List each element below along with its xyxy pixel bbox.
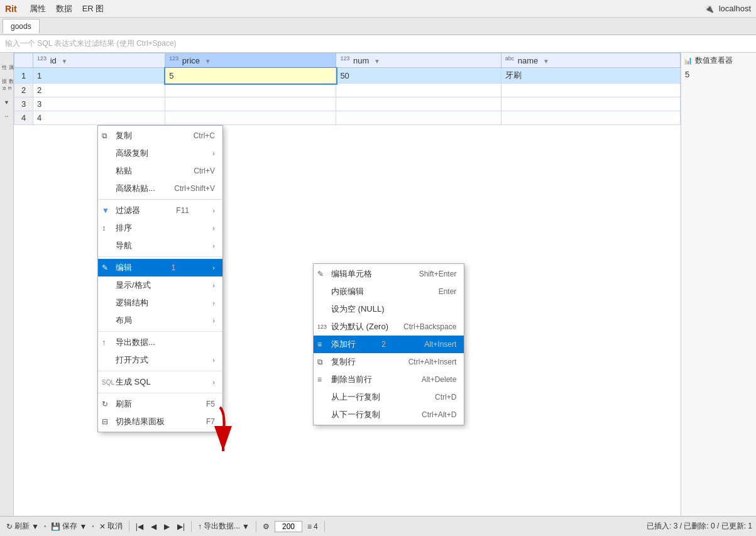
cell-price-1[interactable]: 5	[165, 68, 336, 84]
submenu-copy-from-above[interactable]: 从上一行复制 Ctrl+D	[314, 388, 464, 406]
col-header-id[interactable]: 123 id ▼	[33, 53, 165, 68]
submenu-inline-edit[interactable]: 内嵌编辑 Enter	[314, 283, 464, 300]
submenu-delete-row[interactable]: ≡ 删除当前行 Alt+Delete	[314, 371, 464, 388]
cell-num-4[interactable]	[336, 111, 501, 125]
server-icon: 🔌	[704, 4, 714, 13]
cell-name-1[interactable]: 牙刷	[501, 68, 680, 84]
nav-last[interactable]: ▶|	[175, 521, 187, 532]
menu-open-with[interactable]: 打开方式 ›	[98, 351, 222, 369]
submenu-edit-cell[interactable]: ✎ 编辑单元格 Shift+Enter	[314, 265, 464, 283]
settings-button[interactable]: ⚙	[260, 521, 272, 532]
cell-price-3[interactable]	[165, 97, 336, 111]
menu-data[interactable]: 数据	[56, 3, 72, 14]
menu-sort[interactable]: ↕ 排序 ›	[98, 219, 222, 237]
gear-icon: ⚙	[263, 522, 270, 531]
sep-3	[256, 521, 256, 532]
submenu-set-null[interactable]: 设为空 (NULL)	[314, 300, 464, 318]
cell-num-2[interactable]	[336, 84, 501, 97]
toggle-icon: ⊟	[102, 417, 108, 426]
menu-copy[interactable]: ⧉ 复制 Ctrl+C	[98, 127, 222, 145]
cell-id-3[interactable]: 3	[33, 97, 165, 111]
table-row[interactable]: 3 3	[14, 97, 681, 111]
cancel-button[interactable]: ✕ 取消	[97, 520, 125, 533]
submenu-copy-from-below[interactable]: 从下一行复制 Ctrl+Alt+D	[314, 406, 464, 424]
right-panel: 📊 数值查看器 5	[681, 53, 756, 516]
col-header-name[interactable]: abc name ▼	[501, 53, 680, 68]
cell-id-4[interactable]: 4	[33, 111, 165, 125]
sep-2	[191, 521, 192, 532]
status-text: 已插入: 3 / 已删除: 0 / 已更新: 1	[647, 521, 752, 532]
menu-filter[interactable]: ▼ 过滤器 F11 ›	[98, 202, 222, 219]
bottom-toolbar: ↻ 刷新 ▼ • 💾 保存 ▼ • ✕ 取消 |◀ ◀ ▶ ▶| ↑ 导出数据.…	[0, 516, 756, 536]
menu-sep-2	[98, 256, 222, 257]
cell-price-2[interactable]	[165, 84, 336, 97]
title-bar-menu: 属性 数据 ER 图	[30, 3, 104, 14]
submenu-set-zero[interactable]: 123 设为默认 (Zero) Ctrl+Backspace	[314, 318, 464, 336]
main-area: 属性 数据 ER ▼ ↕ 123 id ▼ 123 price ▼	[0, 53, 756, 516]
tab-goods[interactable]: goods	[3, 19, 40, 33]
sidebar-data-icon[interactable]: 数据	[1, 69, 13, 80]
nav-first[interactable]: |◀	[133, 521, 146, 532]
row-num-4: 4	[14, 111, 33, 125]
sub-menu-edit: ✎ 编辑单元格 Shift+Enter 内嵌编辑 Enter 设为空 (NULL…	[313, 263, 464, 425]
refresh-button[interactable]: ↻ 刷新 ▼	[4, 520, 41, 533]
row-num-3: 3	[14, 97, 33, 111]
cell-name-3[interactable]	[501, 97, 680, 111]
server-name: localhost	[719, 4, 751, 13]
menu-paste[interactable]: 粘贴 Ctrl+V	[98, 162, 222, 180]
menu-navigate[interactable]: 导航 ›	[98, 237, 222, 254]
cell-id-2[interactable]: 2	[33, 84, 165, 97]
row-num-header	[14, 53, 33, 68]
cell-id-1[interactable]: 1	[33, 68, 165, 84]
title-bar: Rit 属性 数据 ER 图 🔌 localhost	[0, 0, 756, 18]
col-header-num[interactable]: 123 num ▼	[336, 53, 501, 68]
sort-icon: ↕	[102, 224, 106, 232]
menu-display-format[interactable]: 显示/格式 ›	[98, 276, 222, 294]
context-menu: ⧉ 复制 Ctrl+C 高级复制 › 粘贴 Ctrl+V 高级粘贴... Ctr…	[97, 125, 223, 432]
menu-sep-1	[98, 199, 222, 200]
refresh-icon: ↻	[6, 522, 13, 531]
submenu-add-row[interactable]: ≡ 添加行 2 Alt+Insert	[314, 336, 464, 353]
menu-properties[interactable]: 属性	[30, 3, 46, 14]
table-row[interactable]: 4 4	[14, 111, 681, 125]
page-size-input[interactable]	[275, 521, 302, 532]
sidebar-sort-icon[interactable]: ↕	[1, 111, 13, 122]
submenu-copy-row[interactable]: ⧉ 复制行 Ctrl+Alt+Insert	[314, 353, 464, 371]
arrow-annotation	[201, 401, 251, 466]
menu-er[interactable]: ER 图	[82, 3, 104, 14]
menu-export[interactable]: ↑ 导出数据...	[98, 334, 222, 351]
table-row[interactable]: 2 2	[14, 84, 681, 97]
sidebar: 属性 数据 ER ▼ ↕	[0, 53, 14, 516]
col-header-price[interactable]: 123 price ▼	[165, 53, 336, 68]
save-icon: 💾	[51, 522, 60, 531]
edit-cell-icon: ✎	[317, 270, 324, 278]
cell-num-3[interactable]	[336, 97, 501, 111]
sidebar-er-icon[interactable]: ER	[1, 83, 13, 94]
add-row-icon: ≡	[317, 340, 322, 349]
table-row[interactable]: 1 1 5 50 牙刷	[14, 68, 681, 84]
cell-name-2[interactable]	[501, 84, 680, 97]
filter-bar[interactable]: 输入一个 SQL 表达式来过滤结果 (使用 Ctrl+Space)	[0, 35, 756, 53]
refresh-icon: ↻	[102, 400, 108, 408]
cell-name-4[interactable]	[501, 111, 680, 125]
save-button[interactable]: 💾 保存 ▼	[48, 520, 89, 533]
menu-advanced-paste[interactable]: 高级粘贴... Ctrl+Shift+V	[98, 180, 222, 197]
export-button[interactable]: ↑ 导出数据... ▼	[195, 520, 252, 533]
cell-num-1[interactable]: 50	[336, 68, 501, 84]
menu-logic-structure[interactable]: 逻辑结构 ›	[98, 294, 222, 312]
delete-row-icon: ≡	[317, 375, 322, 384]
menu-edit[interactable]: ✎ 编辑 1 ›	[98, 259, 222, 276]
menu-advanced-copy[interactable]: 高级复制 ›	[98, 145, 222, 162]
export-icon: ↑	[198, 522, 202, 531]
sep-4	[324, 521, 325, 532]
nav-next[interactable]: ▶	[162, 521, 172, 532]
sidebar-filter-icon[interactable]: ▼	[1, 97, 13, 108]
cell-price-4[interactable]	[165, 111, 336, 125]
filter-icon: ▼	[102, 206, 109, 215]
nav-prev[interactable]: ◀	[148, 521, 159, 532]
data-table: 123 id ▼ 123 price ▼ 123 num ▼	[14, 53, 681, 125]
export-icon: ↑	[102, 338, 106, 347]
sidebar-properties-icon[interactable]: 属性	[1, 55, 13, 67]
menu-generate-sql[interactable]: SQL 生成 SQL ›	[98, 373, 222, 391]
menu-layout[interactable]: 布局 ›	[98, 312, 222, 329]
